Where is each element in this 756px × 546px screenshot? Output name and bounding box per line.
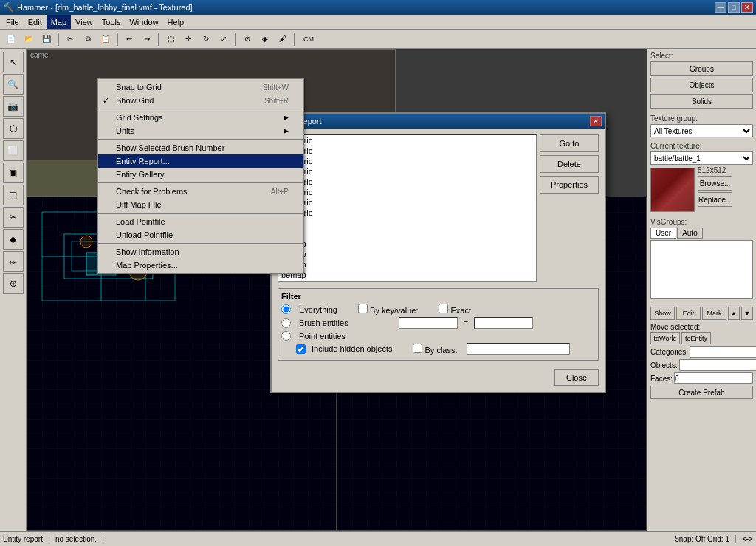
- menu-tools[interactable]: Tools: [97, 15, 126, 29]
- faces-input[interactable]: [674, 372, 753, 384]
- menu-help[interactable]: Help: [163, 15, 189, 29]
- include-hidden-checkbox[interactable]: [296, 344, 306, 354]
- menu-diff-map[interactable]: Diff Map File: [98, 198, 303, 211]
- filter-key-input[interactable]: [399, 317, 458, 329]
- menu-load-pointfile[interactable]: Load Pointfile: [98, 215, 303, 228]
- entity-item[interactable]: _generic: [278, 187, 536, 197]
- menu-snap-to-grid[interactable]: Snap to Grid Shift+W: [98, 81, 303, 94]
- tool-overlay[interactable]: ◫: [3, 185, 24, 205]
- entity-item[interactable]: _generic: [278, 146, 536, 156]
- user-tab[interactable]: User: [650, 228, 676, 239]
- properties-button[interactable]: Properties: [540, 176, 599, 194]
- entity-listbox[interactable]: _generic _generic _generic _generic _gen…: [278, 134, 537, 282]
- entity-item[interactable]: bemap: [278, 249, 536, 259]
- menu-grid-settings[interactable]: Grid Settings ▶: [98, 111, 303, 124]
- groups-button[interactable]: Groups: [650, 61, 753, 76]
- tool-magnify[interactable]: ⊕: [3, 273, 24, 294]
- toolbar-paint[interactable]: 🖌: [275, 31, 291, 47]
- entity-item[interactable]: _generic: [278, 166, 536, 177]
- entity-item[interactable]: _generic: [278, 156, 536, 166]
- menu-show-grid[interactable]: Show Grid Shift+R: [98, 94, 303, 107]
- current-texture-select[interactable]: battle/battle_1: [650, 151, 753, 165]
- goto-button[interactable]: Go to: [540, 134, 599, 152]
- objects-input[interactable]: [679, 359, 756, 371]
- texture-group-select[interactable]: All Textures: [650, 124, 753, 137]
- categories-input[interactable]: [690, 346, 756, 358]
- entity-item[interactable]: bemap: [278, 270, 536, 280]
- exact-checkbox[interactable]: [439, 304, 448, 313]
- toolbar-save[interactable]: 💾: [38, 31, 55, 47]
- tool-entity[interactable]: ⬡: [3, 118, 24, 139]
- menu-entity-gallery[interactable]: Entity Gallery: [98, 168, 303, 181]
- filter-brush-radio[interactable]: [281, 318, 291, 328]
- entity-item[interactable]: _generic: [278, 177, 536, 187]
- to-entity-button[interactable]: toEntity: [681, 332, 711, 344]
- menu-view[interactable]: View: [71, 15, 97, 29]
- dialog-close-footer-button[interactable]: Close: [554, 369, 599, 386]
- nav-down-button[interactable]: ▼: [741, 307, 753, 320]
- tool-pointer[interactable]: ↖: [3, 52, 24, 72]
- entity-item[interactable]: bles: [278, 228, 536, 239]
- toolbar-open[interactable]: 📂: [21, 31, 37, 47]
- solids-button[interactable]: Solids: [650, 94, 753, 109]
- toolbar-select[interactable]: ⬚: [162, 31, 179, 47]
- toolbar-clip[interactable]: ⊘: [239, 31, 255, 47]
- toolbar-cm[interactable]: CM: [298, 31, 319, 47]
- mark-button[interactable]: Mark: [702, 307, 726, 320]
- tool-zoom[interactable]: 🔍: [3, 74, 24, 95]
- nav-up-button[interactable]: ▲: [728, 307, 740, 320]
- toolbar-scale[interactable]: ⤢: [216, 31, 232, 47]
- filter-value-input[interactable]: [474, 317, 533, 329]
- toolbar-new[interactable]: 📄: [3, 31, 19, 47]
- close-button[interactable]: ✕: [741, 2, 753, 13]
- menu-edit[interactable]: Edit: [24, 15, 47, 29]
- by-class-checkbox[interactable]: [413, 344, 422, 353]
- toolbar-rotate[interactable]: ↻: [198, 31, 214, 47]
- menu-map[interactable]: Map: [47, 15, 71, 29]
- menu-unload-pointfile[interactable]: Unload Pointfile: [98, 228, 303, 242]
- tool-vertex[interactable]: ◆: [3, 229, 24, 250]
- entity-item[interactable]: bemap: [278, 239, 536, 249]
- entity-item[interactable]: bemap: [278, 259, 536, 270]
- menu-map-properties[interactable]: Map Properties...: [98, 259, 303, 272]
- toolbar-undo[interactable]: ↩: [121, 31, 137, 47]
- tool-camera[interactable]: 📷: [3, 96, 24, 117]
- filter-everything-radio[interactable]: [281, 304, 291, 314]
- tool-brush[interactable]: ⬜: [3, 140, 24, 161]
- toolbar-redo[interactable]: ↪: [139, 31, 155, 47]
- toolbar-translate[interactable]: ✛: [180, 31, 196, 47]
- minimize-button[interactable]: —: [715, 2, 726, 13]
- menu-window[interactable]: Window: [125, 15, 162, 29]
- tool-path[interactable]: ⬰: [3, 251, 24, 272]
- show-button[interactable]: Show: [650, 307, 675, 320]
- toolbar-paste[interactable]: 📋: [97, 31, 114, 47]
- create-prefab-button[interactable]: Create Prefab: [650, 386, 753, 399]
- auto-tab[interactable]: Auto: [677, 228, 703, 239]
- filter-class-input[interactable]: [467, 343, 570, 355]
- menu-show-brush-number[interactable]: Show Selected Brush Number: [98, 141, 303, 154]
- objects-button[interactable]: Objects: [650, 78, 753, 92]
- maximize-button[interactable]: □: [728, 2, 740, 13]
- entity-item[interactable]: bemap: [278, 280, 536, 282]
- entity-item[interactable]: _generic: [278, 208, 536, 218]
- tool-clip[interactable]: ✂: [3, 207, 24, 228]
- toolbar-copy[interactable]: ⧉: [80, 31, 96, 47]
- by-keyvalue-checkbox[interactable]: [358, 304, 368, 313]
- filter-point-radio[interactable]: [281, 331, 291, 341]
- to-world-button[interactable]: toWorld: [650, 332, 680, 344]
- replace-button[interactable]: Replace...: [698, 192, 732, 207]
- toolbar-vertex[interactable]: ◈: [257, 31, 273, 47]
- browse-button[interactable]: Browse...: [698, 176, 732, 191]
- dialog-close-button[interactable]: ✕: [590, 116, 602, 126]
- delete-button[interactable]: Delete: [540, 155, 599, 173]
- menu-check-problems[interactable]: Check for Problems Alt+P: [98, 185, 303, 198]
- menu-units[interactable]: Units ▶: [98, 124, 303, 137]
- entity-item[interactable]: bles: [278, 218, 536, 228]
- tool-apply[interactable]: ▣: [3, 163, 24, 183]
- toolbar-cut[interactable]: ✂: [62, 31, 78, 47]
- menu-file[interactable]: File: [1, 15, 24, 29]
- edit-button[interactable]: Edit: [676, 307, 701, 320]
- menu-show-info[interactable]: Show Information: [98, 245, 303, 259]
- entity-item[interactable]: _generic: [278, 135, 536, 146]
- menu-entity-report[interactable]: Entity Report...: [98, 154, 303, 168]
